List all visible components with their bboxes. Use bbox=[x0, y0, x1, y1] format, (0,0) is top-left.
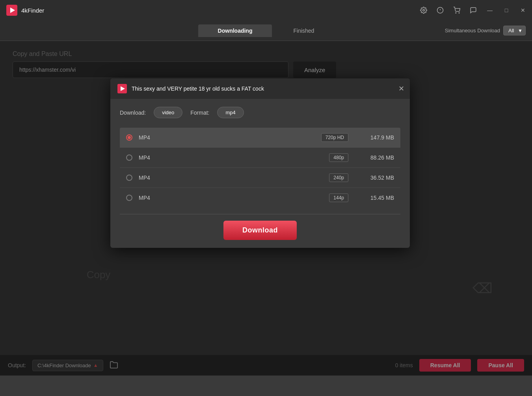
download-dialog: This sexy and VERY petite 18 yr old suck… bbox=[110, 78, 410, 248]
dialog-close-button[interactable]: ✕ bbox=[398, 84, 404, 93]
radio-240p bbox=[126, 175, 132, 181]
info-icon[interactable] bbox=[436, 6, 445, 15]
main-tabs: Downloading Finished bbox=[198, 24, 334, 37]
simultaneous-download-control: Simultaneous Download All 1 2 3 4 5 ▼ bbox=[445, 26, 526, 35]
dialog-logo bbox=[117, 84, 127, 93]
format-label: Format: bbox=[190, 110, 209, 116]
settings-icon[interactable] bbox=[419, 6, 428, 15]
dialog-header: This sexy and VERY petite 18 yr old suck… bbox=[110, 78, 410, 99]
size-240p: 36.52 MB bbox=[355, 175, 394, 181]
format-480p: MP4 bbox=[139, 154, 162, 161]
svg-point-7 bbox=[459, 13, 459, 13]
chat-icon[interactable] bbox=[469, 6, 478, 15]
format-value: mp4 bbox=[217, 107, 244, 118]
download-type-label: Download: bbox=[120, 110, 146, 116]
radio-144p bbox=[126, 195, 132, 201]
svg-point-6 bbox=[456, 13, 456, 13]
quality-list: MP4 720p HD 147.9 MB MP4 480p 88.26 MB bbox=[120, 128, 400, 208]
tab-finished[interactable]: Finished bbox=[273, 24, 334, 37]
close-button[interactable]: ✕ bbox=[519, 6, 527, 15]
resolution-144p: 144p bbox=[169, 193, 348, 202]
format-720p: MP4 bbox=[139, 134, 162, 141]
cart-icon[interactable] bbox=[452, 6, 461, 15]
quality-item-720p[interactable]: MP4 720p HD 147.9 MB bbox=[120, 128, 400, 148]
resolution-480p: 480p bbox=[169, 153, 348, 162]
size-480p: 88.26 MB bbox=[355, 154, 394, 161]
quality-item-480p[interactable]: MP4 480p 88.26 MB bbox=[120, 148, 400, 168]
format-row: Download: video Format: mp4 bbox=[120, 107, 400, 118]
minimize-button[interactable]: — bbox=[485, 6, 494, 15]
download-button[interactable]: Download bbox=[223, 221, 297, 240]
format-144p: MP4 bbox=[139, 195, 162, 201]
dialog-body: Download: video Format: mp4 MP4 720p HD … bbox=[110, 99, 410, 248]
maximize-button[interactable]: □ bbox=[502, 6, 511, 15]
quality-item-240p[interactable]: MP4 240p 36.52 MB bbox=[120, 168, 400, 188]
simultaneous-label: Simultaneous Download bbox=[445, 28, 500, 33]
size-144p: 15.45 MB bbox=[355, 195, 394, 201]
radio-480p bbox=[126, 154, 132, 161]
download-type-value: video bbox=[154, 107, 182, 118]
app-logo bbox=[6, 5, 17, 16]
tabs-bar: Downloading Finished Simultaneous Downlo… bbox=[0, 20, 532, 41]
simultaneous-select-wrap: All 1 2 3 4 5 ▼ bbox=[503, 26, 526, 35]
size-720p: 147.9 MB bbox=[355, 134, 394, 141]
dialog-divider bbox=[120, 214, 400, 214]
title-bar: 4kFinder — □ ✕ bbox=[0, 0, 532, 20]
window-controls: — □ ✕ bbox=[419, 6, 527, 15]
svg-point-2 bbox=[423, 9, 425, 11]
radio-720p bbox=[126, 134, 132, 141]
dialog-title: This sexy and VERY petite 18 yr old suck… bbox=[132, 86, 264, 92]
simultaneous-select[interactable]: All 1 2 3 4 5 bbox=[503, 26, 526, 35]
quality-item-144p[interactable]: MP4 144p 15.45 MB bbox=[120, 188, 400, 208]
app-title: 4kFinder bbox=[21, 7, 44, 14]
main-area: Copy and Paste URL Analyze Copy ⌫ This s… bbox=[0, 41, 532, 376]
format-240p: MP4 bbox=[139, 175, 162, 181]
resolution-240p: 240p bbox=[169, 173, 348, 182]
tab-downloading[interactable]: Downloading bbox=[198, 24, 272, 37]
resolution-720p: 720p HD bbox=[169, 133, 348, 142]
